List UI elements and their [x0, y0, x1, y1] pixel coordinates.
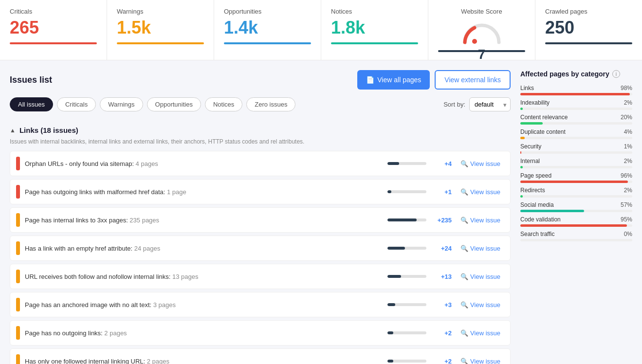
search-icon: 🔍 [460, 160, 468, 167]
stat-label-website-score: Website Score [461, 8, 502, 15]
view-issue-button-malformed-href[interactable]: 🔍 View issue [457, 186, 504, 198]
view-issue-button-no-outgoing[interactable]: 🔍 View issue [457, 328, 504, 339]
issue-bar-area [387, 360, 426, 363]
right-panel: Affected pages by category i Links 98% I… [520, 70, 632, 364]
issue-count: +3 [431, 301, 452, 309]
category-row-indexability: Indexability 2% [520, 99, 632, 110]
category-pct: 2% [624, 158, 632, 164]
issue-dot [16, 298, 20, 311]
issue-mini-bar [387, 331, 426, 334]
category-label-row: Internal 2% [520, 158, 632, 164]
category-pct: 2% [624, 187, 632, 194]
issue-text: Page has no outgoing links: 2 pages [25, 329, 383, 337]
issue-pages: 2 pages [147, 358, 169, 364]
issue-row-links-3xx: Page has internal links to 3xx pages: 23… [10, 207, 511, 233]
category-bar-fill [520, 181, 628, 183]
search-icon: 🔍 [460, 245, 468, 252]
issue-pages: 13 pages [172, 273, 199, 280]
category-label: Content relevance [520, 114, 568, 121]
issue-dot [16, 213, 20, 227]
issue-text: URL receives both follow and nofollow in… [25, 273, 383, 280]
category-bar-fill [520, 137, 525, 139]
sort-select[interactable]: default severity pages [469, 97, 511, 111]
issue-row-one-internal: Has only one followed internal linking U… [10, 348, 511, 364]
filter-row: All issues Criticals Warnings Opportunit… [10, 97, 511, 111]
filter-tab-notices[interactable]: Notices [205, 97, 242, 111]
issues-header: Issues list 📄 View all pages View extern… [10, 70, 511, 90]
category-label: Search traffic [520, 231, 554, 237]
category-label-row: Links 98% [520, 85, 632, 91]
category-row-code-validation: Code validation 95% [520, 216, 632, 227]
category-bar-fill [520, 151, 521, 154]
score-gauge: 7 [460, 18, 504, 47]
category-pct: 0% [624, 231, 632, 237]
category-row-links: Links 98% [520, 85, 632, 95]
category-label: Code validation [520, 216, 561, 223]
category-label: Social media [520, 201, 554, 208]
category-label-row: Security 1% [520, 143, 632, 150]
stat-card-website-score: Website Score 7 [428, 0, 535, 60]
sort-wrapper: default severity pages [469, 97, 511, 111]
category-label-row: Page speed 96% [520, 172, 632, 179]
category-bar [520, 181, 632, 183]
category-label: Redirects [520, 187, 545, 194]
category-label: Internal [520, 158, 540, 164]
view-issue-button-links-3xx[interactable]: 🔍 View issue [457, 215, 504, 226]
category-pct: 2% [624, 99, 632, 106]
view-external-links-button[interactable]: View external links [435, 70, 511, 90]
issue-bar-area [387, 190, 426, 193]
category-bar [520, 122, 632, 125]
category-row-redirects: Redirects 2% [520, 187, 632, 198]
stat-value-crawled-pages: 250 [545, 18, 632, 37]
issue-count: +235 [431, 217, 452, 224]
category-pct: 95% [621, 216, 632, 223]
category-label: Links [520, 85, 534, 91]
category-label-row: Social media 57% [520, 201, 632, 208]
stat-card-warnings: Warnings 1.5k [107, 0, 214, 60]
issue-pages: 24 pages [134, 245, 161, 252]
view-issue-button-nofollow[interactable]: 🔍 View issue [457, 271, 504, 282]
issue-bar-area [387, 331, 426, 334]
stat-label-opportunities: Opportunities [224, 8, 311, 15]
view-all-pages-button[interactable]: 📄 View all pages [357, 70, 430, 90]
stat-label-criticals: Criticals [10, 8, 97, 15]
issue-row-orphan-urls: Orphan URLs - only found via sitemap: 4 … [10, 151, 511, 176]
links-section-header[interactable]: ▲ Links (18 issues) [10, 120, 511, 138]
category-bar [520, 93, 632, 95]
filter-tab-zero[interactable]: Zero issues [246, 97, 295, 111]
category-bar [520, 166, 632, 168]
issue-bar-fill [387, 247, 405, 250]
filter-tab-criticals[interactable]: Criticals [57, 97, 96, 111]
category-bar-fill [520, 210, 584, 212]
issue-bar-fill [387, 303, 395, 306]
category-label-row: Indexability 2% [520, 99, 632, 106]
issue-bar-fill [387, 331, 393, 334]
issue-text: Page has an anchored image with no alt t… [25, 301, 383, 309]
left-panel: Issues list 📄 View all pages View extern… [10, 70, 511, 364]
issue-bar-fill [387, 275, 401, 278]
search-icon: 🔍 [460, 217, 468, 224]
issue-pages: 3 pages [153, 301, 176, 309]
view-issue-button-orphan-urls[interactable]: 🔍 View issue [457, 158, 504, 169]
issue-bar-area [387, 303, 426, 306]
view-issue-button-one-internal[interactable]: 🔍 View issue [457, 356, 504, 364]
category-bar [520, 210, 632, 212]
affected-pages-title: Affected pages by category i [520, 70, 632, 78]
main-content: Issues list 📄 View all pages View extern… [0, 60, 642, 364]
category-pct: 96% [621, 172, 632, 179]
links-section-title: Links (18 issues) [19, 126, 78, 134]
issue-dot [16, 270, 20, 283]
issue-mini-bar [387, 218, 426, 221]
view-issue-button-no-alt-text[interactable]: 🔍 View issue [457, 299, 504, 310]
document-icon: 📄 [366, 76, 374, 84]
stat-value-criticals: 265 [10, 18, 97, 37]
info-icon[interactable]: i [612, 70, 620, 78]
filter-tab-all[interactable]: All issues [10, 97, 53, 111]
category-label-row: Search traffic 0% [520, 231, 632, 237]
filter-tab-opportunities[interactable]: Opportunities [147, 97, 201, 111]
stat-value-notices: 1.8k [331, 18, 418, 37]
issue-mini-bar [387, 247, 426, 250]
issue-bar-fill [387, 360, 393, 363]
view-issue-button-empty-href[interactable]: 🔍 View issue [457, 243, 504, 254]
filter-tab-warnings[interactable]: Warnings [100, 97, 143, 111]
